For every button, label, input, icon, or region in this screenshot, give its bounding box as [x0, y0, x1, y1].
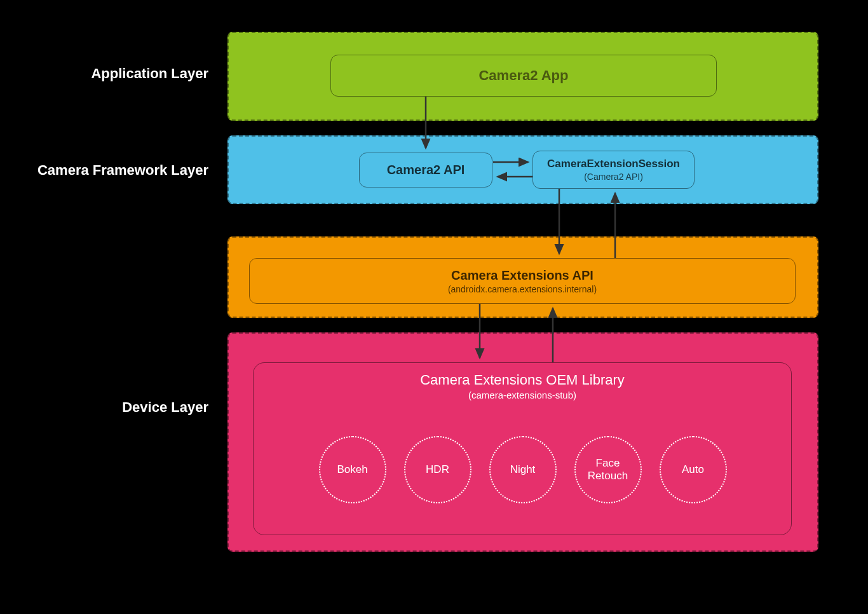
oem-library-subtitle: (camera-extensions-stub) — [254, 390, 791, 400]
camera-extension-session-subtitle: (Camera2 API) — [584, 172, 643, 182]
oem-library-title: Camera Extensions OEM Library — [254, 372, 791, 388]
camera2-api-box: Camera2 API — [359, 153, 492, 188]
framework-layer-box — [227, 135, 818, 204]
camera-extensions-api-box: Camera Extensions API (androidx.camera.e… — [249, 258, 796, 304]
camera2-api-title: Camera2 API — [387, 163, 465, 177]
application-layer-label: Application Layer — [18, 65, 208, 82]
camera-extensions-api-title: Camera Extensions API — [451, 268, 593, 283]
framework-layer-label: Camera Framework Layer — [18, 162, 208, 179]
camera2-app-box: Camera2 App — [330, 55, 717, 97]
device-layer-label: Device Layer — [18, 399, 208, 416]
camera-extensions-api-subtitle: (androidx.camera.extensions.internal) — [448, 284, 597, 294]
feature-face-retouch: FaceRetouch — [574, 436, 642, 503]
camera-extension-session-box: CameraExtensionSession (Camera2 API) — [532, 151, 695, 189]
camera-extension-session-title: CameraExtensionSession — [547, 158, 680, 170]
camera2-app-title: Camera2 App — [478, 67, 568, 84]
feature-auto: Auto — [660, 436, 727, 503]
feature-bokeh: Bokeh — [319, 436, 386, 503]
oem-feature-circles: Bokeh HDR Night FaceRetouch Auto — [311, 436, 734, 503]
feature-hdr: HDR — [404, 436, 471, 503]
feature-night: Night — [489, 436, 557, 503]
